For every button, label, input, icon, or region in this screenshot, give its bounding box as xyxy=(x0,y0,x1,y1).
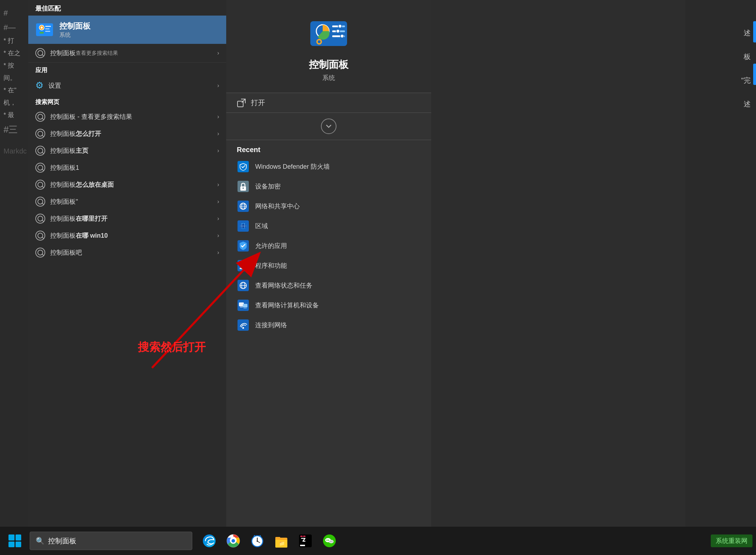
web-item-7-arrow: › xyxy=(217,215,219,222)
best-match-title: 控制面板 xyxy=(59,21,90,31)
best-match-subtitle: 系统 xyxy=(59,31,90,39)
svg-point-62 xyxy=(257,540,258,542)
see-more-arrow: › xyxy=(217,50,219,56)
taskbar-search-text: 控制面板 xyxy=(48,536,76,546)
recent-item-5[interactable]: 允许的应用 xyxy=(226,236,431,256)
recent-item-8[interactable]: 查看网络计算机和设备 xyxy=(226,295,431,315)
doc-line-7: * 在" xyxy=(4,86,25,95)
web-item-6[interactable]: 控制面板'' › xyxy=(28,193,226,210)
best-match-text: 控制面板 系统 xyxy=(59,21,90,39)
recent-item-9[interactable]: 连接到网络 xyxy=(226,315,431,335)
markdown-label: Markdc xyxy=(4,147,25,155)
svg-point-71 xyxy=(328,540,329,541)
settings-app-item[interactable]: ⚙ 设置 › xyxy=(28,76,226,94)
recent-item-9-label: 连接到网络 xyxy=(255,321,287,329)
explorer-taskbar-icon[interactable]: 📁 xyxy=(271,531,291,551)
right-line-3: "完 xyxy=(691,76,751,85)
connect-network-icon xyxy=(237,319,250,331)
web-item-4-label: 控制面板1 xyxy=(50,163,79,172)
web-item-8[interactable]: 控制面板在哪 win10 › xyxy=(28,227,226,244)
right-document-area: 述 板 "完 述 xyxy=(685,0,756,555)
control-panel-icon-large xyxy=(309,18,348,51)
svg-rect-39 xyxy=(240,268,246,269)
web-item-1-label: 控制面板 - 查看更多搜索结果 xyxy=(50,112,132,121)
best-match-header: 最佳匹配 xyxy=(28,0,226,16)
web-item-2[interactable]: 控制面板怎么打开 › xyxy=(28,125,226,142)
doc-line-2: #— xyxy=(4,22,25,33)
edge-taskbar-icon[interactable] xyxy=(199,531,219,551)
recent-item-3[interactable]: 网络和共享中心 xyxy=(226,196,431,216)
windows-defender-icon xyxy=(237,160,250,173)
see-more-search[interactable]: 控制面板 查看更多搜索结果 › xyxy=(28,44,226,63)
svg-point-74 xyxy=(332,541,332,542)
recent-item-4[interactable]: 区域 xyxy=(226,216,431,236)
web-item-3-arrow: › xyxy=(217,148,219,154)
web-item-6-arrow: › xyxy=(217,198,219,205)
web-item-5[interactable]: 控制面板怎么放在桌面 › xyxy=(28,176,226,193)
web-item-7[interactable]: 控制面板在哪里打开 › xyxy=(28,210,226,227)
web-item-3[interactable]: 控制面板主页 › xyxy=(28,142,226,159)
search-icon-circle-4 xyxy=(35,146,45,156)
recent-item-7-label: 查看网络状态和任务 xyxy=(255,281,312,290)
right-scrollbar-mid xyxy=(753,64,756,85)
win-logo-tl xyxy=(8,534,14,540)
search-icon-circle-5 xyxy=(35,163,45,173)
svg-point-72 xyxy=(329,540,334,543)
svg-rect-6 xyxy=(45,31,50,32)
svg-rect-38 xyxy=(240,265,245,267)
svg-rect-46 xyxy=(240,307,243,307)
win-logo-br xyxy=(16,542,22,548)
device-encrypt-icon xyxy=(237,180,250,193)
doc-line-3: * 打 xyxy=(4,36,25,46)
web-item-1[interactable]: 控制面板 - 查看更多搜索结果 › xyxy=(28,108,226,125)
recent-item-8-label: 查看网络计算机和设备 xyxy=(255,301,319,310)
recent-item-1[interactable]: Windows Defender 防火墙 xyxy=(226,157,431,177)
recent-item-5-label: 允许的应用 xyxy=(255,242,287,250)
right-line-4: 述 xyxy=(691,99,751,109)
chrome-taskbar-icon[interactable] xyxy=(223,531,243,551)
win-logo-tr xyxy=(16,534,22,540)
svg-point-17 xyxy=(340,34,344,38)
search-icon-circle-9 xyxy=(35,231,45,241)
ide-taskbar-icon[interactable] xyxy=(295,531,315,551)
taskbar-search-icon: 🔍 xyxy=(36,537,45,545)
web-item-6-label: 控制面板'' xyxy=(50,197,78,206)
recent-item-7[interactable]: 查看网络状态和任务 xyxy=(226,276,431,295)
recent-item-3-label: 网络和共享中心 xyxy=(255,202,300,210)
taskbar: 🔍 控制面板 xyxy=(0,527,756,555)
svg-text:📁: 📁 xyxy=(279,540,285,547)
search-icon-circle-7 xyxy=(35,197,45,207)
win-logo-bl xyxy=(8,542,14,548)
taskbar-search-bar[interactable]: 🔍 控制面板 xyxy=(30,532,192,550)
detail-subtitle: 系统 xyxy=(322,74,335,82)
web-item-9-label: 控制面板吧 xyxy=(50,248,82,257)
recent-item-6-label: 程序和功能 xyxy=(255,261,287,270)
wechat-taskbar-icon[interactable] xyxy=(320,531,339,551)
web-item-9[interactable]: 控制面板吧 › xyxy=(28,244,226,261)
web-item-5-arrow: › xyxy=(217,181,219,188)
detail-panel: 控制面板 系统 打开 Recent xyxy=(226,0,431,527)
chevron-down-icon xyxy=(325,123,332,130)
settings-label: 设置 xyxy=(48,81,61,90)
web-item-2-label: 控制面板怎么打开 xyxy=(50,129,101,138)
web-item-4[interactable]: 控制面板1 xyxy=(28,159,226,176)
clock-taskbar-icon[interactable] xyxy=(247,531,267,551)
open-button[interactable]: 打开 xyxy=(226,93,431,112)
svg-rect-47 xyxy=(243,304,247,307)
best-match-control-panel[interactable]: 控制面板 系统 xyxy=(28,16,226,44)
view-network-computers-icon xyxy=(237,299,250,312)
search-icon-circle-10 xyxy=(35,248,45,258)
svg-rect-48 xyxy=(244,308,247,308)
collapse-button[interactable] xyxy=(226,113,431,140)
recent-item-1-label: Windows Defender 防火墙 xyxy=(255,162,330,171)
svg-rect-37 xyxy=(240,263,247,264)
recent-item-2[interactable]: 设备加密 xyxy=(226,177,431,196)
search-icon-circle-1 xyxy=(35,48,45,58)
start-button[interactable] xyxy=(4,530,26,552)
recent-item-6[interactable]: 程序和功能 xyxy=(226,256,431,276)
taskbar-icons: 📁 xyxy=(199,531,339,551)
web-item-9-arrow: › xyxy=(217,249,219,256)
right-line-1: 述 xyxy=(691,28,751,38)
tray-logo: 系统重装网 xyxy=(711,534,752,547)
svg-rect-64 xyxy=(275,537,280,540)
